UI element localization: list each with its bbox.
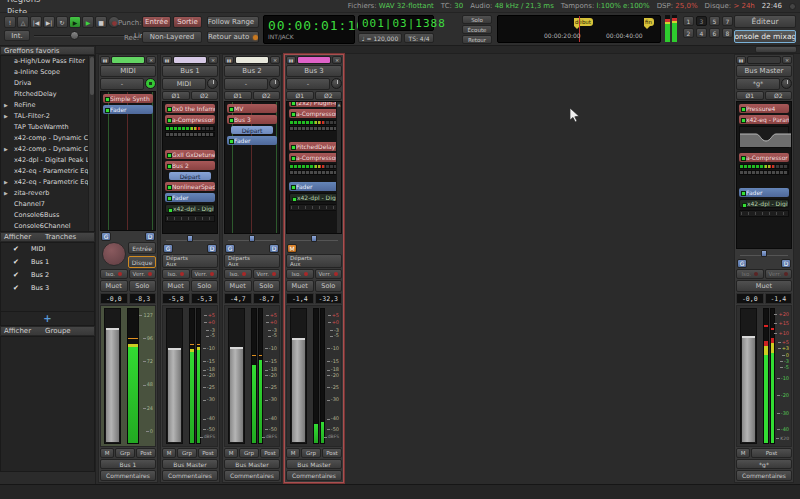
narrow-toggle-icon[interactable]: ▮▮ [736,56,746,64]
strip-name-button[interactable]: Bus 3 [286,65,342,77]
processor-a-compressor[interactable]: a-Compressor [289,109,339,118]
layout-key-2[interactable]: 2 [683,28,694,38]
processor-fader[interactable]: Fader [739,188,789,197]
mini-timeline[interactable]: début fin 00:00:20:00 00:00:40:00 [497,15,661,43]
strip-option-m[interactable]: M [736,448,750,458]
solo-lock-button[interactable]: Verr. [315,269,343,279]
layout-key-6[interactable]: 6 [709,28,720,38]
trim-knob[interactable] [331,78,342,89]
processor-scrollbar[interactable]: ▲ [336,102,341,233]
gain-fader[interactable] [166,308,183,444]
punch-in-button[interactable]: Entrée [142,16,171,28]
gain-value-display[interactable]: -0,0 [100,293,128,304]
processor-a-compressor[interactable]: a-Compressor [289,153,339,162]
gain-value-display[interactable]: -4,7 [224,293,252,304]
plugin-inline-slider[interactable] [289,204,339,211]
pan-handle[interactable] [249,235,255,242]
pan-handle[interactable] [187,235,193,242]
processor-fader[interactable]: Fader [289,182,339,191]
shuttle-speed-slider[interactable] [34,31,130,40]
time-signature-button[interactable]: TS: 4/4 [404,33,434,43]
hide-strip-icon[interactable]: × [332,56,342,64]
port-badge-g[interactable]: G [163,244,173,253]
phase-invert-1-button[interactable]: Ø1 [162,91,190,100]
processor-fader[interactable]: Fader [103,105,153,114]
gain-fader[interactable] [740,308,757,444]
plugin-favorite-item[interactable]: x42-eq - Parametric Equaliz [1,166,94,177]
narrow-toggle-icon[interactable]: ▮▮ [224,56,234,64]
port-badge-m[interactable]: M [287,244,297,253]
port-badge-d[interactable]: D [781,259,791,268]
plugin-favorite-item[interactable]: x42-dpl - Digital Peak Limit [1,155,94,166]
strip-color-swatch[interactable] [235,56,269,64]
midi-input-icon[interactable] [145,78,156,89]
phase-invert-2-button[interactable]: Ø2 [765,91,793,100]
narrow-toggle-icon[interactable]: ▮▮ [286,56,296,64]
play-range-button[interactable]: ▶ [69,16,81,28]
secondary-clock[interactable]: 001|03|1388 [358,15,434,31]
phase-invert-1-button[interactable]: Ø1 [286,91,314,100]
processor-d-part[interactable]: Départ [169,172,211,180]
hide-strip-icon[interactable]: × [782,56,792,64]
trim-knob[interactable] [207,78,218,89]
solo-isolate-button[interactable]: Iso. [286,269,314,279]
metronome-button[interactable]: △ [17,16,29,28]
output-button[interactable]: Bus Master [162,459,218,469]
gain-fader[interactable] [228,308,245,444]
plugin-favorite-item[interactable]: ▶TAL-Filter-2 [1,111,94,122]
processor-box[interactable]: Pressure4x42-eq - Parametra-Compressor s… [736,101,792,249]
comments-button[interactable]: Commentaires [162,470,218,481]
output-button[interactable]: Bus Master [286,459,342,469]
input-button[interactable]: - [286,78,330,90]
solo-lock-button[interactable]: Verr. [253,269,281,279]
expander-icon[interactable]: ▶ [4,111,8,122]
record-mode-button[interactable]: Non-Layered [142,31,202,43]
strip-option-post[interactable]: Post [322,448,342,458]
layout-key-1[interactable]: 1 [683,16,694,26]
shuttle-handle[interactable] [70,31,79,40]
narrow-toggle-icon[interactable]: ▮▮ [100,56,110,64]
strip-option-m[interactable]: M [224,448,238,458]
phase-invert-2-button[interactable]: Ø2 [191,91,219,100]
sync-source-button[interactable]: Int. [4,30,30,41]
strip-visibility-bus-3[interactable]: ✔Bus 3 [1,282,94,295]
aux-sends-button[interactable]: DépartsAux [162,254,218,268]
trim-knob[interactable] [269,78,280,89]
comments-button[interactable]: Commentaires [736,470,792,481]
strip-name-button[interactable]: MIDI [100,65,156,77]
processor-a-compressor-ste[interactable]: a-Compressor ste [739,153,789,162]
strip-option-m[interactable]: M [100,448,114,458]
favorite-plugins-list[interactable]: a-High/Low Pass Filtera-Inline ScopeDriv… [0,55,95,232]
strip-option-post[interactable]: Post [136,448,156,458]
input-button[interactable]: MIDI [162,78,206,90]
processor-fader[interactable]: Fader [165,193,215,202]
plugin-favorite-item[interactable]: Console6Buss [1,210,94,221]
processor-box[interactable]: MVBus 3DépartFader [224,101,280,234]
solo-lock-button[interactable]: Verr. [129,269,157,279]
processor-fader[interactable]: Fader [227,136,277,145]
peak-value-display[interactable]: -8,3 [129,293,157,304]
aux-sends-button[interactable]: DépartsAux [286,254,342,268]
hide-strip-icon[interactable]: × [146,56,156,64]
processor-nonlinearspace[interactable]: NonlinearSpace [165,182,215,191]
midi-panic-button[interactable]: ! [4,16,16,28]
strip-color-swatch[interactable] [111,56,145,64]
peak-value-display[interactable]: -1,4 [765,293,793,304]
strip-name-button[interactable]: Bus 1 [162,65,218,77]
port-badge-d[interactable]: D [145,232,155,241]
solo-isolate-button[interactable]: Iso. [224,269,252,279]
primary-clock[interactable]: 00:00:01:10 INT/JACK [263,15,355,44]
plugin-favorite-item[interactable]: Driva [1,78,94,89]
processor-pressure4[interactable]: Pressure4 [739,104,789,113]
output-button[interactable]: Bus Master [224,459,280,469]
expander-icon[interactable]: ▶ [4,188,8,199]
strip-option-grp[interactable]: Grp [239,448,259,458]
output-button[interactable]: Bus 1 [100,459,156,469]
hide-strip-icon[interactable]: × [208,56,218,64]
monitor-input-button[interactable]: Entrée [128,242,156,254]
strip-option-post[interactable]: Post [198,448,218,458]
solo-lock-button[interactable]: Verr. [191,269,219,279]
auto-return-button[interactable]: Retour auto [207,31,259,43]
solo-isolate-button[interactable]: Iso. [100,269,128,279]
strip-option-post[interactable]: Post [260,448,280,458]
